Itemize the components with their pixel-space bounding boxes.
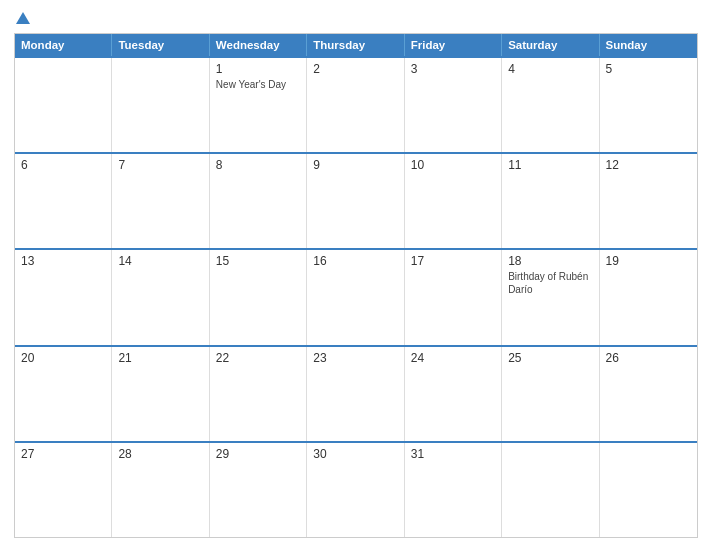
cell-day-number: 30 bbox=[313, 447, 397, 461]
calendar-cell: 27 bbox=[15, 443, 112, 537]
cell-day-number: 25 bbox=[508, 351, 592, 365]
cell-day-number: 7 bbox=[118, 158, 202, 172]
calendar-cell: 26 bbox=[600, 347, 697, 441]
calendar-cell: 24 bbox=[405, 347, 502, 441]
cell-day-number: 13 bbox=[21, 254, 105, 268]
calendar-cell: 20 bbox=[15, 347, 112, 441]
calendar-cell: 21 bbox=[112, 347, 209, 441]
cell-day-number: 6 bbox=[21, 158, 105, 172]
calendar-day-header: Sunday bbox=[600, 34, 697, 56]
cell-day-number: 15 bbox=[216, 254, 300, 268]
calendar-day-header: Thursday bbox=[307, 34, 404, 56]
cell-day-number: 4 bbox=[508, 62, 592, 76]
cell-day-number: 3 bbox=[411, 62, 495, 76]
cell-day-number: 14 bbox=[118, 254, 202, 268]
calendar-cell: 7 bbox=[112, 154, 209, 248]
calendar-cell bbox=[600, 443, 697, 537]
cell-day-number: 21 bbox=[118, 351, 202, 365]
calendar-cell: 18Birthday of Rubén Darío bbox=[502, 250, 599, 344]
calendar-cell bbox=[112, 58, 209, 152]
calendar-cell: 23 bbox=[307, 347, 404, 441]
cell-day-number: 8 bbox=[216, 158, 300, 172]
cell-day-number: 19 bbox=[606, 254, 691, 268]
cell-day-number: 9 bbox=[313, 158, 397, 172]
calendar-cell: 17 bbox=[405, 250, 502, 344]
cell-day-number: 16 bbox=[313, 254, 397, 268]
calendar-cell: 16 bbox=[307, 250, 404, 344]
cell-event-label: New Year's Day bbox=[216, 78, 300, 91]
cell-day-number: 17 bbox=[411, 254, 495, 268]
calendar-cell: 28 bbox=[112, 443, 209, 537]
calendar: MondayTuesdayWednesdayThursdayFridaySatu… bbox=[14, 33, 698, 538]
cell-day-number: 24 bbox=[411, 351, 495, 365]
calendar-cell: 4 bbox=[502, 58, 599, 152]
cell-day-number: 29 bbox=[216, 447, 300, 461]
calendar-body: 1New Year's Day2345678910111213141516171… bbox=[15, 56, 697, 537]
calendar-cell: 8 bbox=[210, 154, 307, 248]
cell-day-number: 5 bbox=[606, 62, 691, 76]
calendar-cell: 6 bbox=[15, 154, 112, 248]
cell-day-number: 10 bbox=[411, 158, 495, 172]
cell-event-label: Birthday of Rubén Darío bbox=[508, 270, 592, 296]
logo-triangle-icon bbox=[16, 12, 30, 24]
calendar-week: 6789101112 bbox=[15, 152, 697, 248]
calendar-cell: 25 bbox=[502, 347, 599, 441]
calendar-cell: 2 bbox=[307, 58, 404, 152]
calendar-week: 20212223242526 bbox=[15, 345, 697, 441]
cell-day-number: 26 bbox=[606, 351, 691, 365]
calendar-cell: 22 bbox=[210, 347, 307, 441]
logo bbox=[14, 12, 30, 27]
cell-day-number: 2 bbox=[313, 62, 397, 76]
calendar-week: 131415161718Birthday of Rubén Darío19 bbox=[15, 248, 697, 344]
calendar-cell: 15 bbox=[210, 250, 307, 344]
cell-day-number: 11 bbox=[508, 158, 592, 172]
calendar-header: MondayTuesdayWednesdayThursdayFridaySatu… bbox=[15, 34, 697, 56]
calendar-cell: 11 bbox=[502, 154, 599, 248]
cell-day-number: 31 bbox=[411, 447, 495, 461]
cell-day-number: 22 bbox=[216, 351, 300, 365]
cell-day-number: 20 bbox=[21, 351, 105, 365]
header bbox=[14, 12, 698, 27]
calendar-cell bbox=[15, 58, 112, 152]
calendar-cell: 3 bbox=[405, 58, 502, 152]
calendar-day-header: Tuesday bbox=[112, 34, 209, 56]
calendar-week: 2728293031 bbox=[15, 441, 697, 537]
calendar-day-header: Friday bbox=[405, 34, 502, 56]
page: MondayTuesdayWednesdayThursdayFridaySatu… bbox=[0, 0, 712, 550]
cell-day-number: 12 bbox=[606, 158, 691, 172]
calendar-cell: 29 bbox=[210, 443, 307, 537]
calendar-cell: 30 bbox=[307, 443, 404, 537]
cell-day-number: 18 bbox=[508, 254, 592, 268]
calendar-cell: 19 bbox=[600, 250, 697, 344]
calendar-cell: 9 bbox=[307, 154, 404, 248]
calendar-cell: 13 bbox=[15, 250, 112, 344]
cell-day-number: 28 bbox=[118, 447, 202, 461]
calendar-day-header: Monday bbox=[15, 34, 112, 56]
calendar-cell: 5 bbox=[600, 58, 697, 152]
calendar-day-header: Saturday bbox=[502, 34, 599, 56]
calendar-cell bbox=[502, 443, 599, 537]
calendar-cell: 12 bbox=[600, 154, 697, 248]
cell-day-number: 23 bbox=[313, 351, 397, 365]
calendar-cell: 31 bbox=[405, 443, 502, 537]
calendar-week: 1New Year's Day2345 bbox=[15, 56, 697, 152]
calendar-day-header: Wednesday bbox=[210, 34, 307, 56]
calendar-cell: 10 bbox=[405, 154, 502, 248]
cell-day-number: 27 bbox=[21, 447, 105, 461]
cell-day-number: 1 bbox=[216, 62, 300, 76]
calendar-cell: 1New Year's Day bbox=[210, 58, 307, 152]
calendar-cell: 14 bbox=[112, 250, 209, 344]
